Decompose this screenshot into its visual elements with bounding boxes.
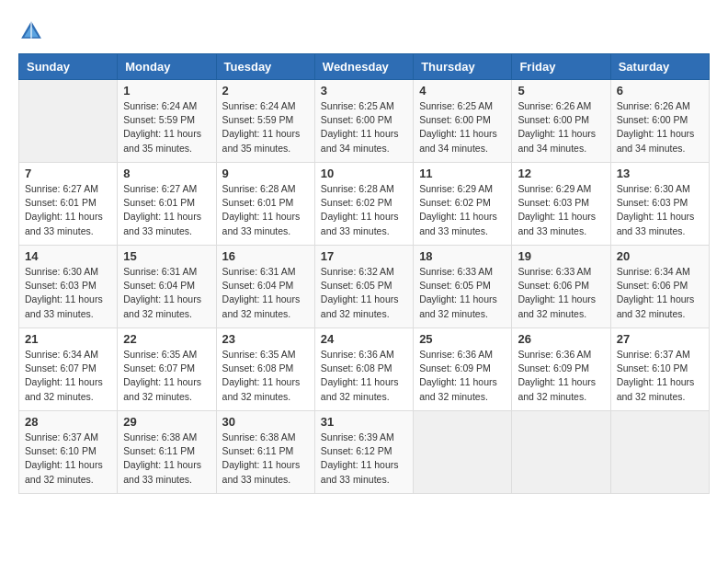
calendar-cell: 23Sunrise: 6:35 AM Sunset: 6:08 PM Dayli… <box>216 328 314 411</box>
calendar-cell <box>19 80 118 163</box>
calendar-cell: 14Sunrise: 6:30 AM Sunset: 6:03 PM Dayli… <box>19 246 118 328</box>
calendar-cell: 7Sunrise: 6:27 AM Sunset: 6:01 PM Daylig… <box>19 163 118 246</box>
day-info: Sunrise: 6:31 AM Sunset: 6:04 PM Dayligh… <box>123 265 210 321</box>
day-number: 17 <box>321 249 407 263</box>
page-header <box>18 18 710 44</box>
day-of-week-header: Friday <box>512 54 610 80</box>
calendar-cell: 4Sunrise: 6:25 AM Sunset: 6:00 PM Daylig… <box>414 80 512 163</box>
day-info: Sunrise: 6:35 AM Sunset: 6:07 PM Dayligh… <box>123 348 210 404</box>
calendar-cell: 6Sunrise: 6:26 AM Sunset: 6:00 PM Daylig… <box>610 80 709 163</box>
day-info: Sunrise: 6:37 AM Sunset: 6:10 PM Dayligh… <box>617 348 703 404</box>
logo <box>18 18 48 44</box>
calendar-cell: 30Sunrise: 6:38 AM Sunset: 6:11 PM Dayli… <box>216 411 314 494</box>
day-of-week-header: Monday <box>118 54 216 80</box>
day-number: 2 <box>222 84 309 98</box>
calendar-cell: 28Sunrise: 6:37 AM Sunset: 6:10 PM Dayli… <box>19 411 118 494</box>
calendar-cell: 18Sunrise: 6:33 AM Sunset: 6:05 PM Dayli… <box>414 246 512 328</box>
calendar-cell: 15Sunrise: 6:31 AM Sunset: 6:04 PM Dayli… <box>118 246 216 328</box>
calendar-cell: 31Sunrise: 6:39 AM Sunset: 6:12 PM Dayli… <box>314 411 413 494</box>
day-info: Sunrise: 6:28 AM Sunset: 6:01 PM Dayligh… <box>222 182 309 238</box>
day-number: 29 <box>123 415 210 429</box>
day-number: 23 <box>222 332 309 346</box>
calendar-cell <box>610 411 709 494</box>
day-number: 25 <box>419 332 506 346</box>
day-info: Sunrise: 6:38 AM Sunset: 6:11 PM Dayligh… <box>222 431 309 487</box>
day-number: 28 <box>25 415 111 429</box>
day-info: Sunrise: 6:28 AM Sunset: 6:02 PM Dayligh… <box>321 182 407 238</box>
day-info: Sunrise: 6:25 AM Sunset: 6:00 PM Dayligh… <box>321 99 407 155</box>
day-info: Sunrise: 6:29 AM Sunset: 6:03 PM Dayligh… <box>518 182 604 238</box>
calendar-cell: 10Sunrise: 6:28 AM Sunset: 6:02 PM Dayli… <box>314 163 413 246</box>
calendar-cell: 1Sunrise: 6:24 AM Sunset: 5:59 PM Daylig… <box>118 80 216 163</box>
day-info: Sunrise: 6:30 AM Sunset: 6:03 PM Dayligh… <box>25 265 111 321</box>
day-number: 15 <box>123 249 210 263</box>
day-number: 30 <box>222 415 309 429</box>
day-number: 5 <box>518 84 604 98</box>
day-number: 16 <box>222 249 309 263</box>
day-number: 9 <box>222 167 309 180</box>
calendar-cell: 3Sunrise: 6:25 AM Sunset: 6:00 PM Daylig… <box>314 80 413 163</box>
calendar-cell: 22Sunrise: 6:35 AM Sunset: 6:07 PM Dayli… <box>118 328 216 411</box>
day-info: Sunrise: 6:30 AM Sunset: 6:03 PM Dayligh… <box>617 182 703 238</box>
calendar-cell: 20Sunrise: 6:34 AM Sunset: 6:06 PM Dayli… <box>610 246 709 328</box>
day-info: Sunrise: 6:27 AM Sunset: 6:01 PM Dayligh… <box>123 182 210 238</box>
logo-icon <box>18 18 44 44</box>
calendar-week-row: 28Sunrise: 6:37 AM Sunset: 6:10 PM Dayli… <box>19 411 710 494</box>
day-number: 6 <box>617 84 703 98</box>
calendar-body: 1Sunrise: 6:24 AM Sunset: 5:59 PM Daylig… <box>19 80 710 494</box>
day-number: 21 <box>25 332 111 346</box>
day-info: Sunrise: 6:25 AM Sunset: 6:00 PM Dayligh… <box>419 99 506 155</box>
day-info: Sunrise: 6:31 AM Sunset: 6:04 PM Dayligh… <box>222 265 309 321</box>
day-info: Sunrise: 6:32 AM Sunset: 6:05 PM Dayligh… <box>321 265 407 321</box>
calendar-week-row: 7Sunrise: 6:27 AM Sunset: 6:01 PM Daylig… <box>19 163 710 246</box>
day-number: 31 <box>321 415 407 429</box>
day-number: 1 <box>123 84 210 98</box>
calendar-cell: 21Sunrise: 6:34 AM Sunset: 6:07 PM Dayli… <box>19 328 118 411</box>
day-number: 4 <box>419 84 506 98</box>
days-of-week-row: SundayMondayTuesdayWednesdayThursdayFrid… <box>19 54 710 80</box>
day-info: Sunrise: 6:35 AM Sunset: 6:08 PM Dayligh… <box>222 348 309 404</box>
day-number: 7 <box>25 167 111 180</box>
calendar-cell: 29Sunrise: 6:38 AM Sunset: 6:11 PM Dayli… <box>118 411 216 494</box>
day-number: 3 <box>321 84 407 98</box>
calendar-cell: 11Sunrise: 6:29 AM Sunset: 6:02 PM Dayli… <box>414 163 512 246</box>
calendar-week-row: 1Sunrise: 6:24 AM Sunset: 5:59 PM Daylig… <box>19 80 710 163</box>
day-number: 12 <box>518 167 604 180</box>
day-number: 27 <box>617 332 703 346</box>
calendar-table: SundayMondayTuesdayWednesdayThursdayFrid… <box>18 53 710 494</box>
calendar-cell: 16Sunrise: 6:31 AM Sunset: 6:04 PM Dayli… <box>216 246 314 328</box>
day-info: Sunrise: 6:36 AM Sunset: 6:09 PM Dayligh… <box>518 348 604 404</box>
day-of-week-header: Sunday <box>19 54 118 80</box>
day-info: Sunrise: 6:33 AM Sunset: 6:05 PM Dayligh… <box>419 265 506 321</box>
day-of-week-header: Saturday <box>610 54 709 80</box>
day-number: 13 <box>617 167 703 180</box>
day-info: Sunrise: 6:38 AM Sunset: 6:11 PM Dayligh… <box>123 431 210 487</box>
calendar-cell: 2Sunrise: 6:24 AM Sunset: 5:59 PM Daylig… <box>216 80 314 163</box>
calendar-cell: 13Sunrise: 6:30 AM Sunset: 6:03 PM Dayli… <box>610 163 709 246</box>
day-of-week-header: Thursday <box>414 54 512 80</box>
calendar-cell: 24Sunrise: 6:36 AM Sunset: 6:08 PM Dayli… <box>314 328 413 411</box>
day-info: Sunrise: 6:34 AM Sunset: 6:07 PM Dayligh… <box>25 348 111 404</box>
calendar-cell: 8Sunrise: 6:27 AM Sunset: 6:01 PM Daylig… <box>118 163 216 246</box>
day-number: 14 <box>25 249 111 263</box>
day-number: 26 <box>518 332 604 346</box>
day-number: 18 <box>419 249 506 263</box>
calendar-cell: 17Sunrise: 6:32 AM Sunset: 6:05 PM Dayli… <box>314 246 413 328</box>
calendar-week-row: 14Sunrise: 6:30 AM Sunset: 6:03 PM Dayli… <box>19 246 710 328</box>
day-info: Sunrise: 6:34 AM Sunset: 6:06 PM Dayligh… <box>617 265 703 321</box>
day-info: Sunrise: 6:37 AM Sunset: 6:10 PM Dayligh… <box>25 431 111 487</box>
day-info: Sunrise: 6:29 AM Sunset: 6:02 PM Dayligh… <box>419 182 506 238</box>
day-of-week-header: Wednesday <box>314 54 413 80</box>
day-info: Sunrise: 6:24 AM Sunset: 5:59 PM Dayligh… <box>222 99 309 155</box>
day-info: Sunrise: 6:27 AM Sunset: 6:01 PM Dayligh… <box>25 182 111 238</box>
day-info: Sunrise: 6:39 AM Sunset: 6:12 PM Dayligh… <box>321 431 407 487</box>
calendar-cell: 27Sunrise: 6:37 AM Sunset: 6:10 PM Dayli… <box>610 328 709 411</box>
day-info: Sunrise: 6:33 AM Sunset: 6:06 PM Dayligh… <box>518 265 604 321</box>
day-number: 8 <box>123 167 210 180</box>
calendar-cell <box>414 411 512 494</box>
day-number: 10 <box>321 167 407 180</box>
day-number: 20 <box>617 249 703 263</box>
calendar-cell: 9Sunrise: 6:28 AM Sunset: 6:01 PM Daylig… <box>216 163 314 246</box>
calendar-cell: 25Sunrise: 6:36 AM Sunset: 6:09 PM Dayli… <box>414 328 512 411</box>
day-info: Sunrise: 6:36 AM Sunset: 6:08 PM Dayligh… <box>321 348 407 404</box>
